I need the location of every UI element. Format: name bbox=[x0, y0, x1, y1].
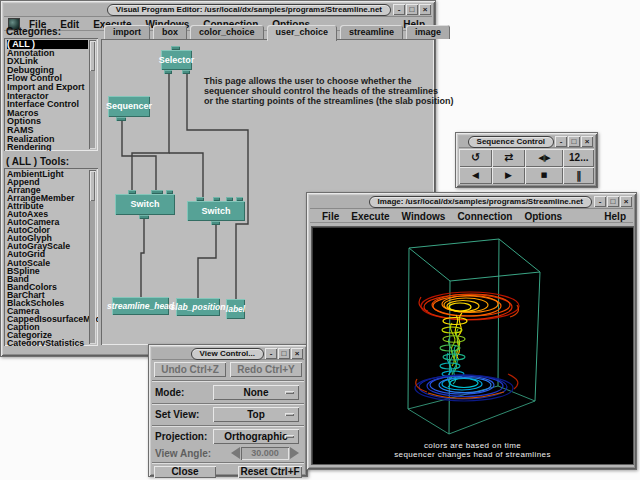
menu-item[interactable]: Connection bbox=[451, 210, 518, 223]
sequence-control-titlebar[interactable]: Sequence Control - □ × bbox=[459, 136, 594, 148]
node-slab-position[interactable]: slab_position bbox=[176, 298, 220, 316]
play-backward-button[interactable]: ◀ bbox=[459, 167, 492, 185]
set-view-label: Set View: bbox=[155, 409, 199, 420]
image-display[interactable]: colors are based on time sequencer chang… bbox=[311, 226, 634, 465]
option-menu-indicator bbox=[285, 435, 294, 438]
close-icon[interactable]: × bbox=[419, 4, 431, 15]
page-tab[interactable]: color_choice bbox=[190, 25, 264, 39]
tools-scrollbar[interactable] bbox=[89, 170, 96, 344]
page-tab[interactable]: import bbox=[104, 25, 150, 39]
categories-list[interactable]: ( ALL )AnnotationDXLinkDebuggingFlow Con… bbox=[4, 38, 98, 151]
vpe-window-title: Visual Program Editor: /usr/local/dx/sam… bbox=[107, 4, 391, 16]
node-input-tab[interactable] bbox=[213, 197, 220, 201]
node-input-tab[interactable] bbox=[226, 197, 233, 201]
mode-option-menu[interactable]: None bbox=[213, 385, 299, 400]
redo-button[interactable]: Redo Ctrl+Y bbox=[230, 362, 302, 377]
node-input-tab[interactable] bbox=[166, 190, 173, 194]
menu-item[interactable]: Options bbox=[518, 210, 568, 223]
menu-item[interactable]: Execute bbox=[345, 210, 395, 223]
close-button[interactable]: Close bbox=[154, 466, 216, 478]
frame-counter[interactable]: 12 ... bbox=[563, 149, 594, 167]
node-switch-right[interactable]: Switch bbox=[187, 201, 245, 221]
reset-button[interactable]: Reset Ctrl+F bbox=[238, 466, 302, 478]
close-icon[interactable]: × bbox=[581, 136, 593, 147]
streamline-visualization bbox=[312, 227, 633, 464]
sequence-control-title: Sequence Control bbox=[468, 136, 554, 148]
desktop: { "colors": { "desktop_bg": "#fbfbfb", "… bbox=[0, 0, 640, 480]
page-tab[interactable]: user_choice bbox=[267, 25, 338, 41]
projection-option-menu[interactable]: Orthographic bbox=[213, 429, 299, 444]
maximize-icon[interactable]: □ bbox=[406, 4, 418, 15]
menu-item[interactable]: Windows bbox=[396, 210, 452, 223]
node-output-tab[interactable] bbox=[164, 70, 172, 74]
stop-button[interactable]: ■ bbox=[525, 167, 563, 185]
minimize-icon[interactable]: - bbox=[265, 348, 277, 359]
minimize-icon[interactable]: - bbox=[555, 136, 567, 147]
scrollbar-thumb[interactable] bbox=[90, 41, 95, 71]
node-input-tab[interactable] bbox=[196, 197, 204, 201]
view-control-window: View Control... - □ × Undo Ctrl+Z Redo C… bbox=[148, 344, 308, 477]
scrollbar-thumb[interactable] bbox=[90, 171, 95, 201]
categories-scrollbar[interactable] bbox=[89, 40, 96, 149]
node-selector[interactable]: Selector bbox=[161, 50, 192, 70]
tool-item[interactable]: CategoryStatistics bbox=[7, 339, 88, 346]
node-output-tab[interactable] bbox=[211, 221, 220, 225]
close-icon[interactable]: × bbox=[620, 196, 632, 207]
play-backward-icon: ◀ bbox=[472, 170, 479, 180]
close-icon[interactable]: × bbox=[291, 348, 303, 359]
stop-icon: ■ bbox=[541, 171, 548, 179]
image-titlebar[interactable]: Image: /usr/local/dx/samples/programs/St… bbox=[310, 196, 633, 209]
category-item[interactable]: Rendering bbox=[7, 143, 88, 151]
option-menu-indicator bbox=[285, 391, 294, 394]
frame-counter-more: ... bbox=[580, 152, 588, 163]
node-input-tab[interactable] bbox=[171, 46, 180, 50]
pause-button[interactable]: ‖ bbox=[563, 167, 594, 185]
node-streamline-head[interactable]: streamline_head bbox=[112, 297, 169, 315]
node-input-tab[interactable] bbox=[236, 197, 243, 201]
node-output-tab[interactable] bbox=[139, 215, 149, 219]
separator bbox=[152, 380, 304, 382]
view-angle-decrease-icon[interactable] bbox=[231, 447, 240, 459]
page-tab[interactable]: image bbox=[406, 25, 450, 39]
undo-button[interactable]: Undo Ctrl+Z bbox=[154, 362, 226, 377]
sequence-control-window: Sequence Control - □ × ↺ ⇄ ◀‖▶ 12 ... ◀ … bbox=[455, 132, 598, 188]
option-menu-indicator bbox=[285, 413, 294, 416]
maximize-icon[interactable]: □ bbox=[607, 196, 619, 207]
maximize-icon[interactable]: □ bbox=[278, 348, 290, 359]
page-tab[interactable]: streamline bbox=[340, 25, 403, 39]
node-output-tab[interactable] bbox=[116, 117, 126, 121]
view-angle-increase-icon[interactable] bbox=[290, 447, 299, 459]
menu-item-help[interactable]: Help bbox=[597, 210, 633, 223]
palindrome-button[interactable]: ⇄ bbox=[492, 149, 525, 167]
node-sequencer[interactable]: Sequencer bbox=[108, 96, 150, 117]
tools-label: ( ALL ) Tools: bbox=[6, 156, 69, 167]
image-window-title: Image: /usr/local/dx/samples/programs/St… bbox=[369, 196, 592, 208]
projection-label: Projection: bbox=[155, 431, 207, 442]
maximize-icon[interactable]: □ bbox=[568, 136, 580, 147]
node-label[interactable]: label bbox=[226, 299, 245, 319]
step-icon: ◀‖▶ bbox=[538, 154, 549, 162]
node-switch-left[interactable]: Switch bbox=[115, 194, 175, 215]
play-forward-icon: ▶ bbox=[505, 170, 512, 180]
image-caption-line1: colors are based on time bbox=[312, 441, 633, 450]
view-angle-field[interactable]: 30.000 bbox=[241, 447, 289, 460]
page-tab[interactable]: box bbox=[153, 25, 187, 39]
separator bbox=[152, 403, 304, 405]
tools-list[interactable]: AmbientLightAppendArrangeArrangeMemberAt… bbox=[4, 168, 98, 346]
view-control-titlebar[interactable]: View Control... - □ × bbox=[152, 348, 304, 360]
menu-item[interactable]: File bbox=[316, 210, 345, 223]
separator bbox=[152, 462, 304, 464]
node-input-tab[interactable] bbox=[128, 190, 136, 194]
node-output-tab[interactable] bbox=[182, 70, 190, 74]
minimize-icon[interactable]: - bbox=[594, 196, 606, 207]
node-input-tab[interactable] bbox=[151, 190, 163, 194]
loop-button[interactable]: ↺ bbox=[459, 149, 492, 167]
vpe-titlebar[interactable]: Visual Program Editor: /usr/local/dx/sam… bbox=[4, 4, 432, 17]
frame-counter-value: 12 bbox=[569, 152, 580, 163]
set-view-option-menu[interactable]: Top bbox=[213, 407, 299, 422]
minimize-icon[interactable]: - bbox=[393, 4, 405, 15]
image-menubar: FileExecuteWindowsConnectionOptions Help bbox=[310, 210, 633, 223]
step-button[interactable]: ◀‖▶ bbox=[525, 149, 563, 167]
categories-label: Categories: bbox=[6, 26, 61, 37]
play-forward-button[interactable]: ▶ bbox=[492, 167, 525, 185]
